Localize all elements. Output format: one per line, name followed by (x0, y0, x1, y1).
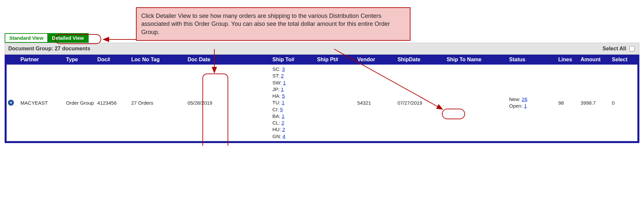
cell-shipdate: 07/27/2019 (396, 65, 446, 141)
cell-docdate: 05/28/2019 (186, 65, 271, 141)
shipto-link[interactable]: 1 (282, 100, 284, 105)
orders-table: Partner Type Doc# Loc No Tag Doc Date Sh… (7, 55, 637, 141)
header-docno: Doc# (96, 55, 130, 65)
shipto-link[interactable]: 1 (282, 113, 284, 119)
header-vendor: Vendor (356, 55, 396, 65)
shipto-item: SC: 3 (272, 66, 314, 73)
header-type: Type (65, 55, 96, 65)
shipto-item: HA: 5 (272, 93, 314, 99)
shipto-link[interactable]: 5 (282, 93, 285, 99)
cell-select: 0 (611, 65, 637, 141)
header-partner: Partner (19, 55, 65, 65)
shipto-link[interactable]: 1 (283, 80, 286, 85)
header-lines: Lines (557, 55, 580, 65)
status-item: Open: 1 (509, 103, 556, 109)
shipto-item: CI: 5 (272, 106, 314, 113)
cell-vendor: 54321 (356, 65, 396, 141)
shipto-link[interactable]: 1 (281, 86, 283, 92)
shipto-item: GN: 4 (272, 133, 314, 140)
cell-type: Order Group (65, 65, 96, 141)
status-link[interactable]: 1 (524, 103, 527, 109)
shipto-item: HU: 2 (272, 126, 314, 133)
document-group-label: Document Group: 27 documents (8, 46, 90, 52)
shipto-item: SW: 1 (272, 79, 314, 86)
cell-amount: 3998.7 (579, 65, 611, 141)
shipto-link[interactable]: 5 (280, 107, 283, 112)
cell-locnotag: 27 Orders (130, 65, 186, 141)
shipto-link[interactable]: 4 (282, 133, 285, 139)
header-amount: Amount (579, 55, 611, 65)
shipto-item: ST: 2 (272, 73, 314, 79)
document-group-bar: Document Group: 27 documents Select All (5, 43, 639, 55)
shipto-item: JP: 1 (272, 86, 314, 93)
shipto-item: CL: 2 (272, 120, 314, 126)
table-row: + MACYEAST Order Group 4123456 27 Orders… (7, 65, 637, 141)
cell-docno: 4123456 (96, 65, 130, 141)
header-shiptonum: Ship To# (271, 55, 316, 65)
tab-standard-view[interactable]: Standard View (5, 33, 47, 43)
shipto-link[interactable]: 2 (281, 120, 284, 126)
header-docdate: Doc Date (186, 55, 271, 65)
status-list: New: 26Open: 1 (509, 96, 556, 110)
select-all-label[interactable]: Select All (603, 45, 636, 52)
status-item: New: 26 (509, 96, 556, 103)
cell-shiptoname (445, 65, 508, 141)
select-all-checkbox[interactable] (629, 46, 635, 51)
callout-tooltip: Click Detailer View to see how many orde… (136, 7, 410, 41)
cell-lines: 98 (557, 65, 580, 141)
shipto-link[interactable]: 3 (282, 66, 285, 72)
header-locnotag: Loc No Tag (130, 55, 186, 65)
shipto-link[interactable]: 2 (282, 127, 285, 132)
tab-detailed-view[interactable]: Detailed View (47, 33, 88, 43)
header-shiptoname: Ship To Name (445, 55, 508, 65)
header-shipptnum: Ship Pt# (316, 55, 356, 65)
header-select: Select (611, 55, 637, 65)
cell-shipptnum (316, 65, 356, 141)
table-header-row: Partner Type Doc# Loc No Tag Doc Date Sh… (7, 55, 637, 65)
shipto-item: TU: 1 (272, 99, 314, 106)
shipto-item: BA: 1 (272, 113, 314, 120)
shipto-list: SC: 3ST: 2SW: 1JP: 1HA: 5TU: 1CI: 5BA: 1… (272, 66, 314, 140)
cell-partner: MACYEAST (19, 65, 65, 141)
shipto-link[interactable]: 2 (281, 73, 283, 78)
expand-icon[interactable]: + (8, 100, 14, 106)
status-link[interactable]: 26 (522, 96, 528, 102)
header-status: Status (508, 55, 557, 65)
header-shipdate: ShipDate (396, 55, 446, 65)
